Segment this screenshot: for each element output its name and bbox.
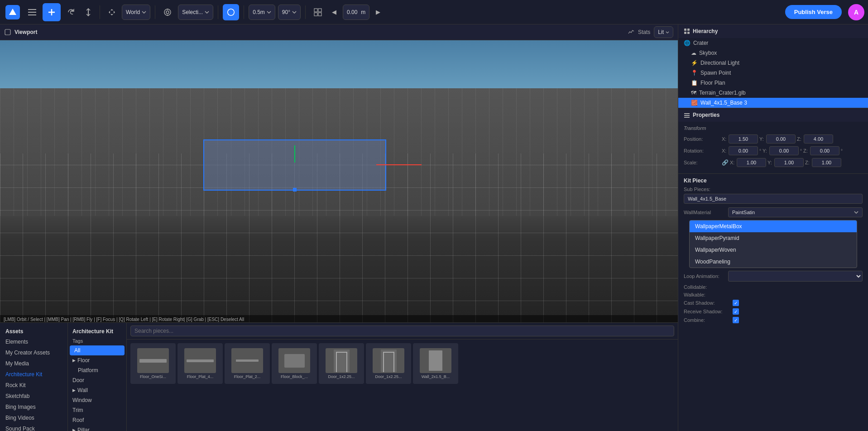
hi-floor-plan[interactable]: 📋 Floor Plan	[678, 78, 868, 88]
properties-section: Properties Transform Position: X: Y: Z:	[678, 108, 868, 174]
dropdown-item-3[interactable]: WoodPaneling	[690, 256, 857, 268]
rotation-y-input[interactable]	[769, 146, 799, 155]
asset-img-0	[137, 348, 169, 373]
transform-y-handle[interactable]	[294, 145, 295, 163]
shape-floor-flat	[139, 359, 167, 363]
asset-thumb-6[interactable]: Wall_2x1.5_B...	[413, 343, 458, 384]
sub-pieces-input[interactable]	[684, 194, 863, 204]
tag-all[interactable]: All	[70, 345, 125, 355]
combine-checkbox[interactable]: ✓	[733, 317, 739, 323]
unreal-icon[interactable]	[223, 4, 239, 20]
combine-row: Combine: ✓	[684, 317, 863, 323]
selection-dropdown[interactable]: Selecti...	[178, 5, 213, 20]
snap-label: 0.5m	[253, 9, 265, 15]
rotation-z-input[interactable]	[810, 146, 839, 155]
user-avatar[interactable]: A	[848, 4, 864, 20]
cast-shadow-checkbox[interactable]: ✓	[733, 300, 739, 306]
hi-terrain-label: Terrain_Crater1.glb	[699, 90, 746, 96]
position-x-input[interactable]	[729, 134, 758, 144]
asset-thumb-5[interactable]: Door_1x2.25...	[366, 343, 411, 384]
transform-x-handle[interactable]	[376, 164, 422, 165]
scale-y-input[interactable]	[774, 158, 804, 167]
tag-pillar[interactable]: ▶ Pillar	[68, 425, 126, 431]
dropdown-item-1[interactable]: WallpaperPyramid	[690, 232, 857, 244]
shape-door1	[334, 350, 350, 372]
rotation-x-input[interactable]	[729, 146, 758, 155]
rot-z-label: Z:	[803, 148, 809, 153]
scale-z-input[interactable]	[812, 158, 841, 167]
refresh-button[interactable]	[63, 5, 79, 19]
wall-material-dropdown[interactable]: PaintSatin	[728, 207, 863, 217]
transform-label: Transform	[684, 125, 863, 131]
hi-crater[interactable]: 🌐 Crater	[678, 38, 868, 48]
lit-dropdown[interactable]: Lit	[654, 26, 673, 38]
sidebar-item-my-creator[interactable]: My Creator Assets	[0, 347, 67, 358]
hi-terrain-icon: 🗺	[691, 90, 696, 96]
world-dropdown[interactable]: World	[122, 5, 150, 20]
scale-x-input[interactable]	[737, 158, 766, 167]
shape-door2	[381, 350, 397, 372]
asset-thumb-0[interactable]: Floor_OneSi...	[130, 343, 176, 384]
shape-block	[284, 354, 305, 368]
sidebar-item-sketchfab[interactable]: Sketchfab	[0, 391, 67, 402]
position-z-input[interactable]	[804, 134, 833, 144]
viewport-title: Viewport	[14, 29, 37, 35]
asset-thumb-3[interactable]: Floor_Block_...	[272, 343, 317, 384]
asset-img-1	[184, 348, 216, 373]
asset-thumb-2[interactable]: Floor_Plat_2...	[225, 343, 270, 384]
asset-thumb-4[interactable]: Door_1x2.25...	[319, 343, 364, 384]
receive-shadow-checkbox[interactable]: ✓	[733, 308, 739, 315]
hi-terrain[interactable]: 🗺 Terrain_Crater1.glb	[678, 88, 868, 98]
search-input[interactable]	[130, 326, 674, 336]
selected-wall-object[interactable]	[203, 139, 386, 191]
sidebar-item-bing-images[interactable]: Bing Images	[0, 402, 67, 412]
svg-rect-11	[314, 9, 317, 12]
sidebar-item-elements[interactable]: Elements	[0, 336, 67, 347]
asset-thumb-1[interactable]: Floor_Plat_4...	[177, 343, 223, 384]
transform-dot[interactable]	[293, 188, 297, 192]
dropdown-item-2[interactable]: WallpaperWoven	[690, 244, 857, 256]
tag-trim[interactable]: Trim	[68, 405, 126, 415]
tag-roof[interactable]: Roof	[68, 415, 126, 425]
shape-wall	[429, 350, 442, 371]
tag-window[interactable]: Window	[68, 395, 126, 405]
sidebar-item-architecture-kit[interactable]: Architecture Kit	[0, 369, 67, 380]
sidebar-item-bing-videos[interactable]: Bing Videos	[0, 412, 67, 423]
angle-dropdown[interactable]: 90°	[278, 5, 301, 20]
hi-spawn[interactable]: 📍 Spawn Point	[678, 68, 868, 78]
3d-scene	[0, 40, 678, 322]
transform-button[interactable]	[82, 5, 95, 19]
angle-label: 90°	[282, 9, 290, 15]
tag-floor[interactable]: ▶ Floor	[68, 355, 126, 365]
sidebar-item-my-media[interactable]: My Media	[0, 358, 67, 369]
move-icon[interactable]	[105, 6, 119, 19]
sidebar-item-rock-kit[interactable]: Rock Kit	[0, 380, 67, 391]
tag-platform[interactable]: Platform	[68, 365, 126, 375]
hi-skybox[interactable]: ☁ Skybox	[678, 48, 868, 58]
assets-title: Assets	[0, 326, 67, 336]
position-y-input[interactable]	[766, 134, 796, 144]
tag-door[interactable]: Door	[68, 375, 126, 385]
hi-wall-base3[interactable]: 🧱 Wall_4x1.5_Base 3	[678, 98, 868, 108]
publish-button[interactable]: Publish Verse	[785, 5, 842, 19]
hierarchy-icon	[684, 28, 690, 34]
arrow-right-icon[interactable]: ▶	[372, 6, 384, 18]
add-button[interactable]	[43, 3, 61, 21]
sidebar-item-sound-pack[interactable]: Sound Pack	[0, 423, 67, 431]
snap-dropdown[interactable]: 0.5m	[249, 5, 275, 20]
arrow-left-icon[interactable]: ◀	[328, 6, 340, 18]
pos-y-label: Y:	[759, 136, 765, 142]
tag-wall[interactable]: ▶ Wall	[68, 385, 126, 395]
hi-dir-light[interactable]: ⚡ Directional Light	[678, 58, 868, 68]
grid-icon[interactable]	[310, 5, 326, 19]
svg-rect-17	[687, 29, 690, 31]
dropdown-item-0[interactable]: WallpaperMetalBox	[690, 220, 857, 232]
target-icon[interactable]	[160, 5, 175, 19]
loop-animation-dropdown[interactable]	[728, 271, 863, 282]
viewport-canvas[interactable]: [LMB] Orbit / Select | [MMB] Pan | [RMB]…	[0, 40, 678, 322]
menu-button[interactable]	[24, 6, 40, 18]
pillar-chevron: ▶	[72, 428, 76, 431]
sep4	[244, 5, 244, 19]
sep5	[305, 5, 306, 19]
scale-lock-icon[interactable]: 🔗	[722, 159, 729, 166]
